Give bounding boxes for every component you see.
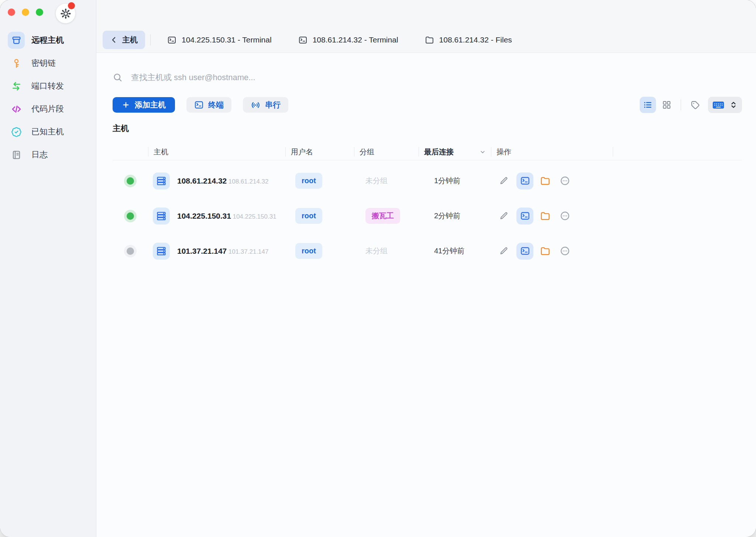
ellipsis-icon: [560, 211, 570, 221]
open-terminal-button[interactable]: [516, 208, 533, 225]
serial-button[interactable]: 串行: [243, 97, 288, 113]
open-files-button[interactable]: [538, 174, 553, 188]
pencil-icon: [499, 246, 509, 256]
ellipsis-icon: [560, 246, 570, 256]
username-cell: root: [285, 173, 354, 189]
minimize-window-button[interactable]: [22, 8, 29, 16]
search-input[interactable]: [130, 72, 398, 83]
terminal-icon: [520, 246, 530, 256]
add-host-button[interactable]: 添加主机: [113, 97, 175, 113]
folder-icon: [540, 211, 550, 221]
sidebar-item-remote-hosts[interactable]: 远程主机: [8, 29, 92, 52]
more-actions-button[interactable]: [557, 174, 572, 188]
sidebar-item-logs[interactable]: 日志: [8, 143, 92, 166]
ellipsis-icon: [560, 175, 570, 186]
server-icon: [153, 172, 170, 189]
edit-host-button[interactable]: [496, 174, 511, 188]
host-row[interactable]: 101.37.21.147 101.37.21.147 root 未分组 41分…: [113, 233, 742, 268]
sidebar-item-label: 代码片段: [31, 103, 64, 114]
window-titlebar: [0, 0, 96, 24]
last-connected-label: 41分钟前: [424, 246, 464, 256]
tab-files-108[interactable]: 108.61.214.32 - Files: [425, 31, 512, 49]
header-last-connected[interactable]: 最后连接: [419, 144, 491, 160]
tab-label: 104.225.150.31 - Terminal: [182, 35, 272, 44]
status-cell: [113, 212, 148, 220]
host-name: 104.225.150.31: [177, 212, 231, 220]
close-window-button[interactable]: [8, 8, 15, 16]
host-row[interactable]: 104.225.150.31 104.225.150.31 root 搬瓦工 2…: [113, 198, 742, 233]
list-view-button[interactable]: [640, 97, 656, 113]
folder-icon: [540, 246, 550, 256]
header-username[interactable]: 用户名: [285, 144, 354, 160]
sidebar-item-known-hosts[interactable]: 已知主机: [8, 120, 92, 143]
keyboard-switcher[interactable]: [708, 97, 742, 113]
tab-terminal-108[interactable]: 108.61.214.32 - Terminal: [298, 31, 398, 49]
grid-view-icon: [662, 100, 671, 110]
search-icon: [113, 72, 123, 83]
status-cell: [113, 177, 148, 185]
sidebar-item-label: 端口转发: [31, 81, 64, 92]
last-connected-label: 2分钟前: [424, 211, 460, 221]
host-text: 104.225.150.31 104.225.150.31: [177, 211, 276, 220]
group-tag-badge: 搬瓦工: [365, 208, 400, 224]
username-cell: root: [285, 208, 354, 224]
header-actions: 操作: [491, 144, 613, 160]
tab-terminal-104[interactable]: 104.225.150.31 - Terminal: [167, 31, 272, 49]
open-files-button[interactable]: [538, 209, 553, 223]
zoom-window-button[interactable]: [36, 8, 43, 16]
username-badge: root: [295, 208, 322, 224]
host-row[interactable]: 108.61.214.32 108.61.214.32 root 未分组 1分钟…: [113, 163, 742, 198]
username-badge: root: [295, 243, 322, 259]
header-host[interactable]: 主机: [148, 144, 285, 160]
plus-icon: [122, 101, 130, 109]
sidebar-item-keychain[interactable]: 密钥链: [8, 52, 92, 75]
edit-host-button[interactable]: [496, 244, 511, 259]
toolbar-divider: [681, 99, 681, 110]
open-terminal-button[interactable]: [516, 172, 533, 189]
section-title: 主机: [113, 123, 742, 134]
status-cell: [113, 247, 148, 255]
sidebar-item-label: 日志: [31, 149, 48, 160]
grid-view-button[interactable]: [659, 97, 675, 113]
group-label: 未分组: [360, 176, 388, 186]
sidebar-item-snippets[interactable]: 代码片段: [8, 98, 92, 120]
header-group[interactable]: 分组: [354, 144, 419, 160]
host-text: 108.61.214.32 108.61.214.32: [177, 176, 268, 185]
settings-button[interactable]: [56, 4, 75, 23]
header-status: [113, 144, 148, 160]
hosts-page: 添加主机 终端: [96, 53, 756, 537]
host-address: 104.225.150.31: [233, 213, 276, 220]
group-cell: 未分组: [354, 246, 419, 256]
group-label: 未分组: [360, 246, 388, 256]
sidebar-item-port-forwarding[interactable]: 端口转发: [8, 75, 92, 98]
log-book-icon: [8, 146, 25, 163]
sidebar-item-label: 远程主机: [31, 35, 64, 46]
status-online-dot: [127, 212, 134, 220]
edit-host-button[interactable]: [496, 209, 511, 223]
actions-cell: [491, 208, 613, 225]
folder-icon: [425, 35, 434, 45]
last-connected-cell: 1分钟前: [419, 176, 491, 186]
hosts-back-tab[interactable]: 主机: [103, 31, 145, 49]
more-actions-button[interactable]: [557, 209, 572, 223]
actions-cell: [491, 172, 613, 189]
group-cell: 未分组: [354, 176, 419, 186]
sidebar-item-label: 密钥链: [31, 58, 56, 69]
notification-badge: [68, 2, 75, 9]
terminal-button[interactable]: 终端: [186, 97, 231, 113]
pencil-icon: [499, 176, 509, 186]
archive-box-icon: [8, 32, 25, 49]
host-address: 101.37.21.147: [228, 248, 269, 255]
chevron-down-icon: [479, 148, 486, 155]
host-cell: 104.225.150.31 104.225.150.31: [148, 208, 285, 225]
server-icon: [153, 243, 170, 260]
last-connected-cell: 2分钟前: [419, 211, 491, 221]
open-files-button[interactable]: [538, 244, 553, 259]
chevron-left-icon: [110, 36, 118, 44]
list-view-icon: [643, 100, 653, 110]
pencil-icon: [499, 211, 509, 221]
more-actions-button[interactable]: [557, 244, 572, 259]
open-terminal-button[interactable]: [516, 243, 533, 260]
terminal-icon: [520, 176, 530, 186]
tags-button[interactable]: [687, 97, 703, 113]
